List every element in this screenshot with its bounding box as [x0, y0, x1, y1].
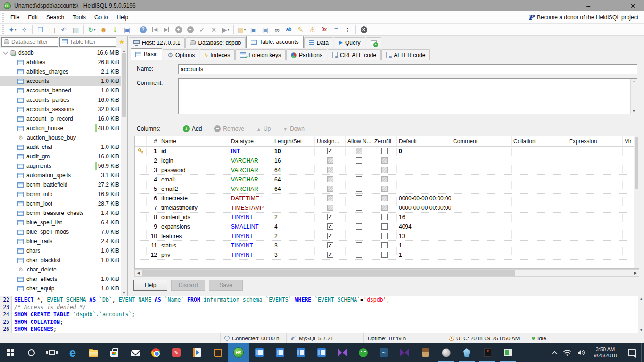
action-center-button[interactable]: [622, 343, 641, 362]
cell-comment[interactable]: [451, 184, 512, 193]
cell-unsigned[interactable]: [315, 231, 346, 240]
checkbox-allow-null[interactable]: [356, 233, 362, 239]
cell-expression[interactable]: [567, 147, 623, 156]
tab-database[interactable]: Database: dspdb: [185, 37, 246, 48]
menu-edit[interactable]: Edit: [24, 14, 42, 21]
cell-default[interactable]: 1: [397, 250, 451, 259]
header-zerofill[interactable]: Zerofill: [372, 136, 397, 146]
cell-default[interactable]: [397, 175, 451, 184]
cell-unsigned[interactable]: [315, 213, 346, 222]
cell-virtuality[interactable]: [623, 156, 635, 165]
find-button[interactable]: ∞: [272, 25, 282, 35]
menu-tools[interactable]: Tools: [68, 14, 90, 21]
header-comment[interactable]: Comment: [451, 136, 512, 146]
undo-button[interactable]: ↶: [58, 25, 69, 35]
cell-allow-null[interactable]: [346, 184, 372, 193]
grid-row-email[interactable]: 4emailVARCHAR64: [135, 175, 639, 184]
cell-length[interactable]: 16: [272, 156, 315, 165]
cell-name[interactable]: content_ids: [159, 213, 229, 222]
checkbox-unsigned[interactable]: [327, 176, 333, 182]
disconnect-button[interactable]: ✧: [19, 25, 30, 35]
cell-name[interactable]: password: [159, 165, 229, 174]
checkbox-unsigned[interactable]: [327, 242, 333, 248]
blue-app-taskbar-button-1[interactable]: [249, 343, 270, 362]
comment-textarea[interactable]: ▲ ▼: [178, 78, 637, 114]
move-down-button[interactable]: ▼ Down: [283, 125, 305, 132]
sql-log[interactable]: 22SELECT *, EVENT_SCHEMA AS `Db`, EVENT_…: [0, 296, 644, 333]
cell-default[interactable]: 16: [397, 213, 451, 222]
cell-name[interactable]: login: [159, 156, 229, 165]
help-button[interactable]: ?: [138, 25, 149, 35]
blue-app-taskbar-button-2[interactable]: [270, 343, 290, 362]
media-app-taskbar-button[interactable]: [187, 343, 207, 362]
cell-comment[interactable]: [451, 222, 512, 231]
header-unsign[interactable]: Unsign...: [315, 136, 346, 146]
cell-num[interactable]: 8: [147, 213, 159, 222]
cell-unsigned[interactable]: [315, 184, 346, 193]
cell-length[interactable]: 64: [272, 184, 315, 193]
heidisql-taskbar-button[interactable]: HS: [228, 343, 249, 362]
subtab-foreign-keys[interactable]: Foreign keys: [235, 49, 286, 60]
subtab-basic[interactable]: Basic: [131, 48, 162, 60]
cell-collation[interactable]: [512, 147, 567, 156]
cell-allow-null[interactable]: [346, 231, 372, 240]
checkbox-allow-null[interactable]: [356, 242, 362, 248]
session-manager-dropdown-icon[interactable]: ▾: [15, 27, 17, 32]
cell-length[interactable]: 3: [272, 241, 315, 250]
scroll-down-icon[interactable]: ▼: [640, 329, 642, 332]
cell-expression[interactable]: [567, 203, 623, 212]
cell-virtuality[interactable]: [623, 175, 635, 184]
cell-expression[interactable]: [567, 222, 623, 231]
cell-unsigned[interactable]: [315, 250, 346, 259]
cell-zerofill[interactable]: [372, 184, 397, 193]
checkbox-allow-null[interactable]: [356, 214, 362, 220]
checkbox-zerofill[interactable]: [381, 157, 388, 164]
save-sql-button[interactable]: ▣: [248, 25, 259, 35]
favorites-star-icon[interactable]: ★: [117, 38, 126, 46]
cell-unsigned[interactable]: [315, 194, 346, 203]
checkbox-allow-null[interactable]: [356, 176, 362, 182]
delimiter-button[interactable]: ;: [342, 25, 353, 35]
tree-item-auction-house[interactable]: auction_house48.0 KiB: [0, 123, 127, 133]
cell-allow-null[interactable]: [346, 203, 372, 212]
cell-collation[interactable]: [512, 165, 567, 174]
close-button[interactable]: ✕: [630, 2, 636, 9]
cell-name[interactable]: status: [159, 241, 229, 250]
scroll-down-icon[interactable]: ▼: [632, 109, 636, 113]
checkbox-unsigned[interactable]: [327, 205, 333, 211]
cell-comment[interactable]: [451, 250, 512, 259]
checkbox-zerofill[interactable]: [381, 205, 388, 211]
tree-item-blue-traits[interactable]: blue_traits2.4 KiB: [0, 237, 127, 246]
tree-item-blue-spell-list[interactable]: blue_spell_list6.4 KiB: [0, 218, 127, 227]
subtab-alter-code[interactable]: ALTER code: [381, 49, 430, 60]
tree-scrollbar[interactable]: ▲▼: [121, 48, 127, 296]
cell-virtuality[interactable]: [623, 194, 635, 203]
subtab-partitions[interactable]: Partitions: [286, 49, 327, 60]
checkbox-zerofill[interactable]: [381, 214, 388, 220]
cell-expression[interactable]: [567, 231, 623, 240]
header-name[interactable]: Name: [159, 136, 229, 146]
checkbox-unsigned[interactable]: [327, 195, 333, 201]
blue-app-taskbar-button-4[interactable]: [311, 343, 332, 362]
cell-name[interactable]: priv: [159, 250, 229, 259]
tree-item-abilities-charges[interactable]: abilities_charges2.1 KiB: [0, 67, 127, 76]
tree-item-char-effects[interactable]: char_effects1.0 KiB: [0, 274, 127, 284]
cell-unsigned[interactable]: [315, 241, 346, 250]
cell-collation[interactable]: [512, 222, 567, 231]
game-character-taskbar-button[interactable]: [415, 343, 436, 362]
show-desktop-button[interactable]: [641, 343, 644, 362]
cell-num[interactable]: 1: [147, 147, 159, 156]
cell-num[interactable]: 9: [147, 222, 159, 231]
cell-name[interactable]: expansions: [159, 222, 229, 231]
checkbox-unsigned[interactable]: [327, 233, 333, 239]
cell-virtuality[interactable]: [623, 231, 635, 240]
cell-virtuality[interactable]: [623, 241, 635, 250]
cell-num[interactable]: 7: [147, 203, 159, 212]
cell-allow-null[interactable]: [346, 147, 372, 156]
cell-zerofill[interactable]: [372, 231, 397, 240]
checkbox-unsigned[interactable]: [327, 252, 333, 258]
cell-comment[interactable]: [451, 147, 512, 156]
checkbox-allow-null[interactable]: [356, 223, 362, 230]
format-button[interactable]: ✎: [295, 25, 306, 35]
tree-item-char-delete[interactable]: ⚙char_delete: [0, 265, 127, 274]
